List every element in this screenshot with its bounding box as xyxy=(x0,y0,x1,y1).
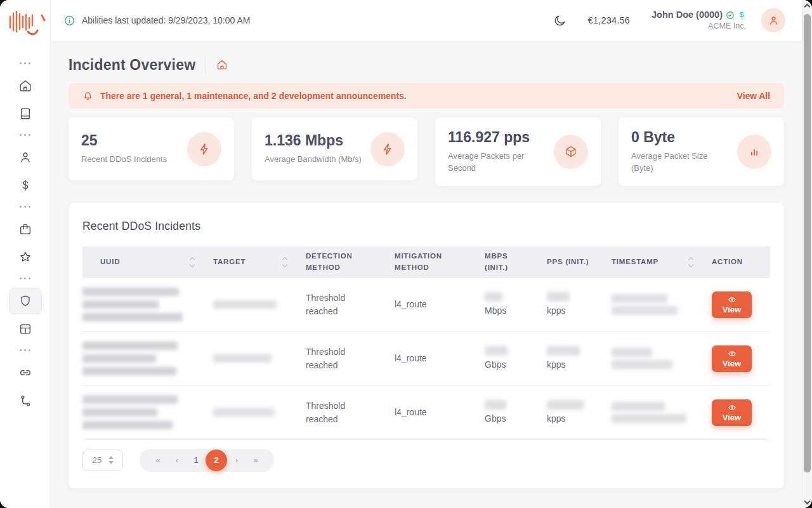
pager: « ‹ 1 2 › » xyxy=(140,449,274,472)
dark-mode-toggle[interactable] xyxy=(553,14,566,27)
sidebar-item-billing[interactable] xyxy=(9,172,42,199)
sort-icon[interactable] xyxy=(283,258,287,267)
sidebar-section-dots-icon xyxy=(20,62,30,64)
first-page-button[interactable]: « xyxy=(148,455,167,465)
table-header: UUID TARGET DETECTION METHOD MITIGATION … xyxy=(82,246,770,278)
redacted-uuid xyxy=(82,288,179,296)
cell-mbps: Mbps xyxy=(485,292,547,318)
next-page-button[interactable]: › xyxy=(227,455,246,465)
table-row: Threshold reached l4_route Mbps kpps xyxy=(82,278,770,332)
cell-timestamp xyxy=(612,345,712,372)
view-button[interactable]: View xyxy=(712,399,752,426)
redacted-uuid xyxy=(82,421,173,429)
bar-chart-icon xyxy=(737,135,771,169)
cell-detection: Threshold reached xyxy=(306,399,363,426)
main-area: Abilities last updated: 9/29/2023, 10:00… xyxy=(51,0,802,508)
cell-action: View xyxy=(712,399,770,426)
sidebar-item-home[interactable] xyxy=(9,72,42,99)
stat-value: 25 xyxy=(81,132,181,149)
redacted-value xyxy=(547,400,584,410)
breadcrumb-home-icon[interactable] xyxy=(216,59,228,70)
redacted-uuid xyxy=(82,354,156,363)
sidebar-section-dots-icon xyxy=(20,206,30,208)
column-header-detection: DETECTION METHOD xyxy=(306,251,395,273)
redacted-value xyxy=(547,292,570,302)
redacted-uuid xyxy=(82,367,176,375)
sidebar-item-services[interactable] xyxy=(9,216,42,243)
sort-icon[interactable] xyxy=(689,258,693,267)
stat-value: 1.136 Mbps xyxy=(265,132,364,149)
prev-page-button[interactable]: ‹ xyxy=(167,455,187,465)
column-header-uuid[interactable]: UUID xyxy=(82,257,213,267)
bell-icon xyxy=(82,91,93,102)
sidebar-item-docs[interactable] xyxy=(9,100,42,127)
redacted-target xyxy=(213,408,274,417)
column-header-target[interactable]: TARGET xyxy=(213,257,306,267)
sidebar xyxy=(0,0,51,508)
sidebar-item-ddos-protection[interactable] xyxy=(9,288,42,314)
book-icon xyxy=(18,107,32,121)
shield-icon xyxy=(18,294,32,308)
cell-uuid xyxy=(82,337,213,380)
topbar: Abilities last updated: 9/29/2023, 10:00… xyxy=(51,0,802,41)
view-button[interactable]: View xyxy=(712,345,752,372)
eye-icon xyxy=(728,295,737,304)
stat-label: Recent DDoS Incidents xyxy=(81,154,181,166)
scroll-up-icon[interactable] xyxy=(804,4,811,10)
view-button[interactable]: View xyxy=(712,291,752,318)
scrollbar-thumb[interactable] xyxy=(804,14,811,472)
sidebar-item-favorites[interactable] xyxy=(9,244,42,271)
redacted-timestamp xyxy=(612,306,678,315)
table-row: Threshold reached l4_route Gbps kpps xyxy=(82,332,770,386)
sidebar-item-routing[interactable] xyxy=(9,387,42,414)
page-button-1[interactable]: 1 xyxy=(187,455,206,465)
route-icon xyxy=(18,394,32,408)
column-header-mbps: MBPS (INIT.) xyxy=(485,251,547,273)
redacted-uuid xyxy=(82,313,183,321)
dollar-icon xyxy=(18,178,32,192)
person-icon xyxy=(18,150,32,164)
page-button-2-active[interactable]: 2 xyxy=(206,450,227,471)
window-scrollbar[interactable] xyxy=(802,0,812,508)
cell-uuid xyxy=(82,391,213,434)
last-page-button[interactable]: » xyxy=(246,455,265,465)
redacted-uuid xyxy=(82,396,178,404)
account-balance[interactable]: €1,234.56 xyxy=(588,15,630,25)
redacted-timestamp xyxy=(612,348,652,357)
redacted-target xyxy=(213,300,277,309)
sidebar-item-reports[interactable] xyxy=(9,316,42,342)
redacted-value xyxy=(547,346,580,356)
redacted-timestamp xyxy=(612,414,686,423)
column-header-action: ACTION xyxy=(712,257,770,267)
cell-timestamp xyxy=(612,399,712,426)
cell-uuid xyxy=(82,283,213,326)
abilities-status: Abilities last updated: 9/29/2023, 10:00… xyxy=(63,15,250,27)
stat-cards: 25 Recent DDoS Incidents 1.136 Mbps Aver… xyxy=(69,117,784,186)
stat-card-packet-size: 0 Byte Average Packet Size (Byte) xyxy=(619,117,784,186)
user-avatar[interactable] xyxy=(761,8,785,32)
stat-label: Average Packet Size (Byte) xyxy=(631,150,731,175)
eye-icon xyxy=(728,403,737,412)
column-header-pps: PPS (INIT.) xyxy=(547,257,612,267)
sort-icon[interactable] xyxy=(190,258,194,267)
table-row: Threshold reached l4_route Gbps kpps xyxy=(82,386,770,440)
cell-pps: kpps xyxy=(547,292,612,318)
pagination: 25 « ‹ 1 2 › » xyxy=(82,449,770,472)
redacted-uuid xyxy=(82,408,157,417)
cell-timestamp xyxy=(612,291,712,318)
sidebar-item-account[interactable] xyxy=(9,144,42,171)
user-block[interactable]: John Doe (0000) ACME Inc. xyxy=(652,9,746,31)
redacted-timestamp xyxy=(612,402,665,411)
eye-icon xyxy=(728,349,737,358)
app-window: Abilities last updated: 9/29/2023, 10:00… xyxy=(0,0,812,508)
abilities-status-text: Abilities last updated: 9/29/2023, 10:00… xyxy=(82,15,250,25)
page-size-select[interactable]: 25 xyxy=(82,450,123,471)
stepper-icon[interactable] xyxy=(108,456,114,464)
scroll-down-icon[interactable] xyxy=(804,498,811,505)
view-all-link[interactable]: View All xyxy=(737,91,770,101)
sidebar-item-integrations[interactable] xyxy=(9,359,42,386)
currency-dollar-icon xyxy=(738,11,746,19)
cell-mitigation: l4_route xyxy=(395,406,485,419)
announcements-banner: There are 1 general, 1 maintenance, and … xyxy=(69,83,784,109)
column-header-timestamp[interactable]: TIMESTAMP xyxy=(612,257,712,267)
